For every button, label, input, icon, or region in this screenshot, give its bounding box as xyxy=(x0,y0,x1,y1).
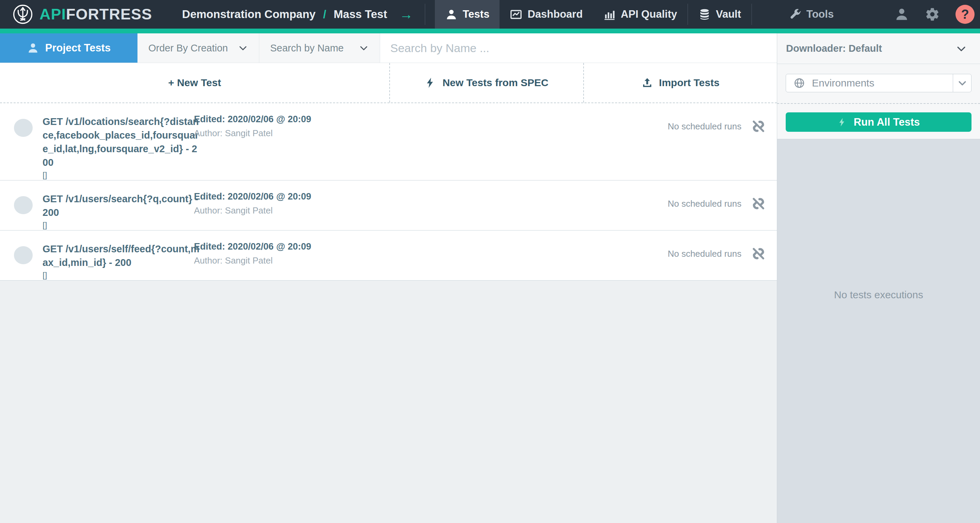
tests-panel: Project Tests Order By Creation Search b… xyxy=(0,33,777,523)
import-tests-button[interactable]: Import Tests xyxy=(584,63,777,102)
breadcrumb: Demonstration Company / Mass Test → xyxy=(182,7,413,22)
main-area: Project Tests Order By Creation Search b… xyxy=(0,33,980,523)
main-nav: Tests Dashboard API Quality xyxy=(435,0,844,29)
search-input[interactable] xyxy=(380,33,777,63)
downloader-select[interactable]: Downloader: Default xyxy=(777,33,980,64)
test-edited: Edited: 2020/02/06 @ 20:09 xyxy=(194,191,311,202)
schedule-status: No scheduled runs xyxy=(668,121,741,132)
upload-icon xyxy=(641,77,653,89)
order-by-label: Order By Creation xyxy=(148,43,228,54)
nav-item-tests[interactable]: Tests xyxy=(435,0,500,29)
unlink-icon[interactable] xyxy=(750,118,767,134)
app-logo[interactable]: APIFORTRESS xyxy=(12,4,152,25)
test-edited: Edited: 2020/02/06 @ 20:09 xyxy=(194,114,311,124)
search-field-select[interactable]: Search by Name xyxy=(259,33,380,63)
schedule-status: No scheduled runs xyxy=(668,249,741,259)
breadcrumb-project[interactable]: Mass Test xyxy=(334,8,387,21)
breadcrumb-company[interactable]: Demonstration Company xyxy=(182,8,315,21)
lightning-bolt-icon xyxy=(425,77,436,89)
test-avatar[interactable] xyxy=(14,196,33,214)
nav-item-tools[interactable]: Tools xyxy=(778,0,844,29)
nav-item-label: Tests xyxy=(463,8,490,21)
test-edited: Edited: 2020/02/06 @ 20:09 xyxy=(194,241,311,252)
nav-item-label: Tools xyxy=(807,8,834,21)
dashboard-chart-icon xyxy=(510,8,522,21)
unlink-icon[interactable] xyxy=(750,195,767,212)
nav-item-vault[interactable]: Vault xyxy=(688,0,751,29)
import-tests-label: Import Tests xyxy=(659,77,720,89)
test-row[interactable]: GET /v1/locations/search{?distance,faceb… xyxy=(0,103,777,180)
globe-icon xyxy=(794,77,805,89)
user-icon[interactable] xyxy=(894,7,909,22)
breadcrumb-arrow-icon[interactable]: → xyxy=(399,7,413,22)
new-tests-from-spec-label: New Tests from SPEC xyxy=(442,77,548,89)
test-author: Author: Sangit Patel xyxy=(194,255,311,266)
test-author: Author: Sangit Patel xyxy=(194,205,311,216)
downloader-label: Downloader: Default xyxy=(786,43,882,54)
environments-select[interactable]: Environments xyxy=(786,74,972,92)
test-author: Author: Sangit Patel xyxy=(194,128,311,139)
sidebar-dashed-divider xyxy=(777,103,980,104)
tab-project-tests[interactable]: Project Tests xyxy=(0,33,137,63)
executions-empty-area: No tests executions xyxy=(777,139,980,523)
environments-main: Environments xyxy=(786,74,953,92)
test-meta: Edited: 2020/02/06 @ 20:09 Author: Sangi… xyxy=(194,191,311,216)
tests-person-icon xyxy=(445,8,458,21)
tab-project-tests-label: Project Tests xyxy=(45,42,111,54)
test-title[interactable]: GET /v1/users/search{?q,count} - 200 xyxy=(43,192,200,219)
test-row[interactable]: GET /v1/users/self/feed{?count,max_id,mi… xyxy=(0,231,777,281)
test-row[interactable]: GET /v1/users/search{?q,count} - 200 [] … xyxy=(0,180,777,231)
sidebar-controls: Environments Run All Tests xyxy=(777,64,980,132)
schedule-status: No scheduled runs xyxy=(668,199,741,209)
nav-item-dashboard[interactable]: Dashboard xyxy=(500,0,593,29)
unlink-icon[interactable] xyxy=(750,246,767,262)
wrench-icon xyxy=(789,8,801,21)
nav-divider xyxy=(751,4,752,25)
test-avatar[interactable] xyxy=(14,119,33,137)
test-tags: [] xyxy=(43,221,777,230)
environments-caret[interactable] xyxy=(953,74,971,92)
nav-item-label: Dashboard xyxy=(527,8,582,21)
test-schedule-area: No scheduled runs xyxy=(668,118,767,134)
gear-icon[interactable] xyxy=(925,7,940,22)
test-schedule-area: No scheduled runs xyxy=(668,246,767,262)
run-all-tests-label: Run All Tests xyxy=(854,116,920,128)
chevron-down-icon xyxy=(238,43,248,53)
executions-empty-message: No tests executions xyxy=(834,289,923,300)
bar-chart-icon xyxy=(603,8,616,21)
test-actions-row: + New Test New Tests from SPEC Import Te… xyxy=(0,63,777,103)
test-meta: Edited: 2020/02/06 @ 20:09 Author: Sangi… xyxy=(194,241,311,266)
logo-api-text: API xyxy=(40,5,66,23)
top-nav-right: ? xyxy=(894,5,980,24)
environments-label: Environments xyxy=(812,77,874,89)
help-button[interactable]: ? xyxy=(956,5,975,24)
order-by-select[interactable]: Order By Creation xyxy=(137,33,259,63)
logo-fortress-text: FORTRESS xyxy=(66,5,152,23)
nav-divider xyxy=(425,4,425,25)
chevron-down-icon xyxy=(359,43,369,53)
lightning-bolt-icon xyxy=(837,118,847,127)
test-meta: Edited: 2020/02/06 @ 20:09 Author: Sangi… xyxy=(194,114,311,139)
project-tests-person-icon xyxy=(27,42,39,54)
chevron-down-icon xyxy=(957,78,967,88)
nav-item-label: API Quality xyxy=(620,8,677,21)
test-tags: [] xyxy=(43,271,777,279)
executions-sidebar: Downloader: Default Environments Run All… xyxy=(777,33,980,523)
tests-toolbar: Project Tests Order By Creation Search b… xyxy=(0,33,777,63)
top-nav: APIFORTRESS Demonstration Company / Mass… xyxy=(0,0,980,29)
run-all-tests-button[interactable]: Run All Tests xyxy=(786,112,972,132)
chevron-down-icon xyxy=(956,43,967,54)
test-avatar[interactable] xyxy=(14,246,33,264)
database-icon xyxy=(698,8,711,21)
nav-item-api-quality[interactable]: API Quality xyxy=(593,0,687,29)
new-test-label: + New Test xyxy=(168,77,221,89)
test-title[interactable]: GET /v1/locations/search{?distance,faceb… xyxy=(43,115,200,169)
test-tags: [] xyxy=(43,171,777,179)
test-title[interactable]: GET /v1/users/self/feed{?count,max_id,mi… xyxy=(43,242,200,269)
test-schedule-area: No scheduled runs xyxy=(668,195,767,212)
accent-bar xyxy=(0,29,980,33)
trident-logo-icon xyxy=(12,4,33,25)
new-tests-from-spec-button[interactable]: New Tests from SPEC xyxy=(390,63,584,102)
new-test-button[interactable]: + New Test xyxy=(0,63,390,102)
search-input-wrap xyxy=(380,33,777,63)
